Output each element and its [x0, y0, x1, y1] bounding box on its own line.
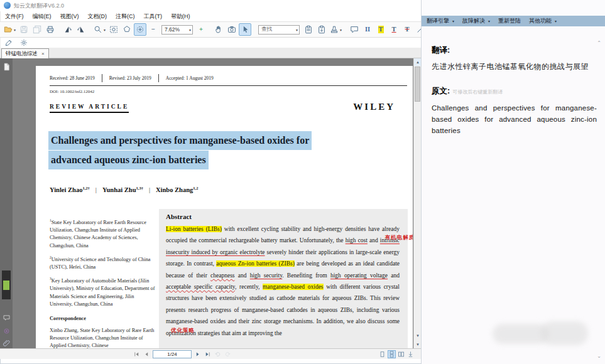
doc-options-button[interactable] — [18, 38, 30, 48]
nav-next-icon — [194, 351, 201, 358]
continuous-view-button[interactable] — [388, 350, 396, 358]
translation-annotation: 优化策略 — [171, 324, 195, 336]
search-box: ▾ — [258, 25, 300, 35]
open-folder-icon — [4, 25, 13, 34]
search-input[interactable] — [258, 25, 300, 35]
facing-view-button[interactable] — [397, 350, 405, 358]
next-view-button[interactable] — [224, 350, 232, 358]
attachments-panel-button[interactable] — [1, 338, 11, 348]
panel-menu-troubleshoot[interactable]: 故障解决▾ — [462, 17, 490, 25]
last-page-button[interactable] — [204, 350, 212, 358]
menu-file[interactable]: 文件(F) — [1, 13, 28, 21]
hand-tool-button[interactable] — [212, 23, 225, 36]
insert-text-button[interactable]: II — [361, 23, 374, 36]
doc-options-icon — [19, 38, 28, 47]
clipboard-paste-button[interactable] — [315, 23, 328, 36]
menu-view[interactable]: 视图(V) — [56, 13, 84, 21]
fit-page-button[interactable] — [406, 350, 415, 358]
thumbnails-panel-button[interactable] — [1, 62, 11, 72]
stamp-tool-icon — [330, 25, 339, 34]
source-text[interactable]: Challenges and perspectives for manganes… — [432, 102, 597, 136]
menu-tools[interactable]: 工具(T) — [139, 13, 167, 21]
panel-scroll-down-icon[interactable]: ⌄ — [597, 353, 601, 359]
zoom-tool-button[interactable]: ▾ — [92, 23, 107, 36]
rotate-left-button[interactable] — [62, 23, 74, 36]
menu-help[interactable]: 帮助(H) — [166, 13, 195, 21]
loupe-button[interactable] — [121, 23, 133, 36]
panel-menu-re-login[interactable]: 重新登陆 — [498, 17, 521, 25]
panel-menu-label: 其他功能 — [529, 17, 552, 25]
previous-page-button[interactable] — [143, 350, 151, 358]
panel-scroll-up-icon[interactable]: ⌃ — [597, 40, 601, 46]
nav-prev-icon — [143, 351, 150, 358]
snapshot-button[interactable] — [226, 23, 238, 36]
panel-menu-label: 故障解决 — [462, 17, 485, 25]
abstract-segment: , recently, — [235, 284, 263, 290]
select-text-button[interactable] — [239, 23, 251, 36]
underlined-phrase: high cost — [346, 237, 368, 244]
date-separator — [102, 74, 102, 82]
rotate-right-button[interactable] — [75, 23, 87, 36]
chevron-down-icon: ▾ — [452, 19, 454, 23]
zoom-level-value: 7.62% — [165, 26, 180, 33]
nav-first-icon — [133, 351, 140, 358]
scroll-up-arrow-icon[interactable]: ▲ — [414, 58, 421, 66]
author-name: Yunhai Zhu1,3† — [102, 186, 143, 193]
panel-menu-label: 翻译引擎 — [427, 17, 449, 25]
scrollbar-thumb[interactable] — [415, 67, 420, 102]
first-page-button[interactable] — [133, 350, 141, 358]
chevron-down-icon: ▾ — [189, 28, 191, 32]
translation-panel-menu: 翻译引擎▾故障解决▾重新登陆其他功能▾ — [422, 16, 605, 26]
open-folder-button[interactable]: ▾ — [3, 23, 17, 36]
layout-facing-icon — [398, 351, 405, 358]
save-all-icon — [33, 25, 41, 34]
zoom-out-button[interactable]: − — [147, 23, 160, 36]
single-page-view-button[interactable] — [378, 350, 386, 358]
affiliations-column: 1State Key Laboratory of Rare Earth Reso… — [50, 217, 158, 348]
previous-view-button[interactable] — [214, 350, 222, 358]
strikeout-text-button[interactable]: T — [401, 23, 413, 36]
document-view-area[interactable]: Received: 28 June 2019Revised: 23 July 2… — [13, 58, 421, 348]
chevron-down-icon: ▾ — [340, 28, 342, 32]
save-button[interactable] — [18, 23, 30, 36]
comment-tool-button[interactable] — [348, 23, 361, 36]
scroll-down-arrow-icon[interactable]: ▼ — [414, 332, 421, 340]
menu-comment[interactable]: 注释(C) — [111, 13, 139, 21]
marquee-zoom-button[interactable] — [107, 23, 120, 36]
app-window: 知云文献翻译V6.2.0 — □ × 文件(F)编辑(E)视图(V)文档(D)注… — [0, 0, 605, 364]
author-separator: | — [95, 186, 97, 193]
menu-document[interactable]: 文档(D) — [84, 13, 112, 21]
clipboard-copy-button[interactable] — [302, 23, 315, 36]
page-number-input[interactable]: 1/24 — [153, 350, 192, 358]
save-all-button[interactable] — [31, 23, 43, 36]
selected-title-line: Challenges and perspectives for manganes… — [48, 131, 312, 150]
stamp-tool-button[interactable]: ▾ — [329, 23, 343, 36]
layout-down-icon — [407, 351, 414, 358]
loupe-icon — [123, 25, 131, 34]
underline-text-button[interactable]: T — [388, 23, 400, 36]
comments-panel-button[interactable] — [1, 313, 11, 323]
history-forward-icon — [224, 351, 231, 358]
next-page-arrow-icon[interactable]: ▼ — [414, 341, 421, 348]
signature-panel-button[interactable] — [1, 326, 11, 336]
zoom-level-select[interactable]: 7.62%▾ — [161, 25, 193, 35]
pan-zoom-button[interactable] — [134, 23, 146, 36]
pan-zoom-icon — [136, 25, 144, 34]
zoom-tool-icon — [94, 25, 102, 34]
typewriter-button[interactable] — [3, 38, 14, 48]
next-page-button[interactable] — [193, 350, 202, 358]
zoom-in-button[interactable]: + — [195, 23, 207, 36]
panel-menu-other-functions[interactable]: 其他功能▾ — [529, 17, 557, 25]
document-tab[interactable]: 锌锰电池综述 × — [1, 48, 49, 58]
tab-close-icon[interactable]: × — [41, 51, 45, 56]
menu-edit[interactable]: 编辑(E) — [28, 13, 56, 21]
panel-menu-translation-engine[interactable]: 翻译引擎▾ — [427, 17, 454, 25]
highlight-text-button[interactable]: T — [374, 23, 387, 36]
typewriter-icon — [4, 38, 13, 47]
author-name: Xinbo Zhang1,2 — [156, 186, 198, 193]
vertical-scrollbar[interactable]: ▲ ▼ ▼ — [413, 58, 421, 348]
date-item: Received: 28 June 2019 — [50, 75, 95, 81]
highlight-text-icon: T — [378, 26, 384, 33]
highlighted-phrase: aqueous Zn-ion batteries (ZIBs) — [216, 260, 295, 267]
print-button[interactable] — [44, 23, 57, 36]
